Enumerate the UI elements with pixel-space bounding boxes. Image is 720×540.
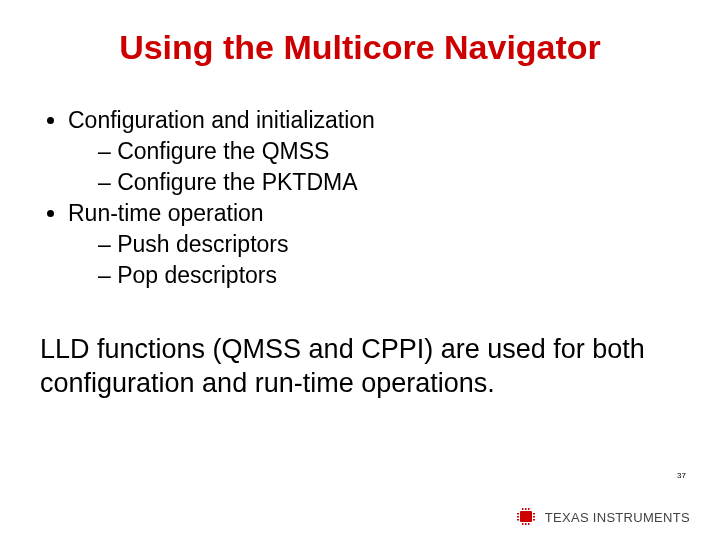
sub-item: – Configure the PKTDMA bbox=[98, 167, 358, 198]
sub-list: – Push descriptors – Pop descriptors bbox=[68, 229, 680, 291]
summary-text: LLD functions (QMSS and CPPI) are used f… bbox=[40, 333, 680, 401]
svg-rect-12 bbox=[528, 523, 530, 525]
svg-rect-4 bbox=[533, 513, 535, 515]
svg-rect-2 bbox=[517, 516, 519, 518]
bullet-item: Run-time operation – Push descriptors – … bbox=[68, 198, 680, 291]
svg-rect-0 bbox=[520, 511, 532, 522]
ti-chip-icon bbox=[517, 508, 539, 526]
svg-rect-1 bbox=[517, 513, 519, 515]
svg-rect-6 bbox=[533, 519, 535, 521]
svg-rect-8 bbox=[525, 508, 527, 510]
slide-title: Using the Multicore Navigator bbox=[40, 28, 680, 67]
svg-rect-5 bbox=[533, 516, 535, 518]
slide-body: Configuration and initialization – Confi… bbox=[40, 105, 680, 401]
bullet-text: Run-time operation bbox=[68, 200, 264, 226]
bullet-item: Configuration and initialization – Confi… bbox=[68, 105, 680, 198]
logo-text: TEXAS INSTRUMENTS bbox=[545, 510, 690, 525]
sub-item: – Pop descriptors bbox=[98, 260, 277, 291]
svg-rect-10 bbox=[522, 523, 524, 525]
footer-logo: TEXAS INSTRUMENTS bbox=[517, 508, 690, 526]
sub-list: – Configure the QMSS – Configure the PKT… bbox=[68, 136, 680, 198]
svg-rect-9 bbox=[528, 508, 530, 510]
bullet-text: Configuration and initialization bbox=[68, 107, 375, 133]
sub-item: – Push descriptors bbox=[98, 229, 288, 260]
svg-rect-3 bbox=[517, 519, 519, 521]
sub-item: – Configure the QMSS bbox=[98, 136, 329, 167]
svg-rect-7 bbox=[522, 508, 524, 510]
slide: Using the Multicore Navigator Configurat… bbox=[0, 0, 720, 540]
page-number: 37 bbox=[677, 471, 686, 480]
svg-rect-11 bbox=[525, 523, 527, 525]
bullet-list: Configuration and initialization – Confi… bbox=[40, 105, 680, 291]
